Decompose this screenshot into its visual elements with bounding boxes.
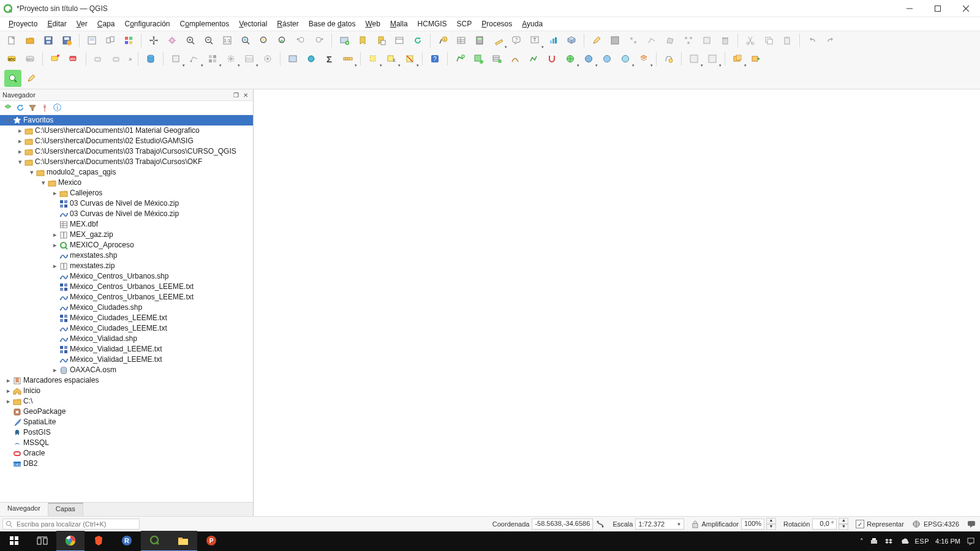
taskbar-brave[interactable] xyxy=(85,531,113,551)
map-tips-button[interactable]: ? xyxy=(508,32,525,49)
add-vector-button[interactable]: ▾ xyxy=(186,50,203,67)
tree-item[interactable]: DB2DB2 xyxy=(0,459,253,469)
tree-item[interactable]: 03 Curvas de Nivel de México.zip xyxy=(0,198,253,209)
tree-item[interactable]: ▸Callejeros xyxy=(0,188,253,198)
open-project-button[interactable] xyxy=(21,32,39,49)
new-vector-layer-button[interactable] xyxy=(451,50,469,67)
undo-button[interactable] xyxy=(804,32,821,49)
add-raster-button[interactable]: ▾ xyxy=(204,50,221,67)
tree-item[interactable]: ▸Inicio xyxy=(0,386,253,396)
tray-chevron-icon[interactable]: ˄ xyxy=(860,538,864,545)
paste-button[interactable] xyxy=(778,32,796,49)
tree-twisty[interactable]: ▸ xyxy=(17,146,24,157)
show-bookmarks-button[interactable] xyxy=(372,32,390,49)
modify-attributes-button[interactable] xyxy=(698,32,715,49)
new-raster-layer-button[interactable] xyxy=(470,50,487,67)
taskbar-explorer[interactable] xyxy=(169,531,197,551)
minimize-button[interactable] xyxy=(895,0,924,17)
refresh-browser-icon[interactable] xyxy=(15,102,26,113)
processing-toolbox-button[interactable] xyxy=(303,50,320,67)
new-project-button[interactable] xyxy=(3,32,20,49)
tree-item[interactable]: México_Vialidad.shp xyxy=(0,334,253,344)
add-polygon-button[interactable] xyxy=(662,32,679,49)
tree-item[interactable]: SpatiaLite xyxy=(0,417,253,427)
vertex-tool-button[interactable] xyxy=(680,32,697,49)
tree-item[interactable]: 03 Curvas de Nivel de México.zip xyxy=(0,209,253,219)
add-wfs-button[interactable]: ▾ xyxy=(580,50,597,67)
properties-icon[interactable]: ⓘ xyxy=(51,102,62,113)
collapse-all-icon[interactable]: ⭱ xyxy=(39,102,50,113)
tree-item[interactable]: GeoPackage xyxy=(0,407,253,417)
tree-item[interactable]: MEX.dbf xyxy=(0,219,253,230)
tree-item[interactable]: México_Ciudades_LEEME.txt xyxy=(0,323,253,334)
menu-ráster[interactable]: Ráster xyxy=(272,18,303,29)
taskbar-r[interactable]: R xyxy=(113,531,141,551)
style-manager-button[interactable] xyxy=(120,32,137,49)
tray-onedrive-icon[interactable] xyxy=(899,538,909,545)
tree-twisty[interactable]: ▸ xyxy=(51,261,59,271)
tray-printer-icon[interactable] xyxy=(870,537,878,545)
tree-twisty[interactable]: ▸ xyxy=(17,126,24,136)
taskbar-qgis[interactable] xyxy=(141,531,169,551)
map-canvas[interactable] xyxy=(254,89,980,516)
add-delimited-button[interactable]: ▾ xyxy=(241,50,258,67)
data-source-manager-button[interactable] xyxy=(142,50,159,67)
tree-item[interactable]: ▸C:\Users\herca\Documents\03 Trabajo\Cur… xyxy=(0,146,253,157)
tree-item[interactable]: México_Vialidad_LEEME.txt xyxy=(0,354,253,365)
open-table-button[interactable] xyxy=(453,32,470,49)
menu-proyecto[interactable]: Proyecto xyxy=(4,18,42,29)
magnifier-spin[interactable]: ▲▼ xyxy=(766,518,776,530)
pin-label-button[interactable] xyxy=(47,50,64,67)
run-script-button[interactable] xyxy=(747,50,764,67)
menu-ver[interactable]: Ver xyxy=(72,18,92,29)
zoom-layer-button[interactable] xyxy=(274,32,291,49)
coord-value[interactable]: -58.5638,-34.6586 xyxy=(532,519,593,530)
menu-configuración[interactable]: Configuración xyxy=(119,18,175,29)
maximize-button[interactable] xyxy=(924,0,952,17)
python-console-button[interactable] xyxy=(660,50,677,67)
zoom-native-button[interactable]: 1:1 xyxy=(219,32,236,49)
render-checkbox[interactable]: ✓ xyxy=(856,520,864,528)
tab-navegador[interactable]: Navegador xyxy=(0,503,48,516)
save-edits-button[interactable] xyxy=(606,32,624,49)
tree-item[interactable]: ▸mexstates.zip xyxy=(0,261,253,271)
tree-twisty[interactable]: ▸ xyxy=(5,396,12,407)
browser-tree-wrap[interactable]: ▾Favoritos▸C:\Users\herca\Documents\01 M… xyxy=(0,115,253,502)
notifications-icon[interactable] xyxy=(967,537,975,545)
virtual-layer-button[interactable] xyxy=(284,50,301,67)
taskbar-chrome[interactable] xyxy=(56,531,85,551)
tree-item[interactable]: México_Ciudades_LEEME.txt xyxy=(0,313,253,323)
layer-styling-button[interactable]: ▾ xyxy=(635,50,652,67)
zoom-selection-button[interactable] xyxy=(255,32,273,49)
tree-item[interactable]: México_Centros_Urbanos_LEEME.txt xyxy=(0,282,253,292)
rotation-spin[interactable]: ▲▼ xyxy=(839,518,848,530)
tree-item[interactable]: ▸MEXICO_Aproceso xyxy=(0,240,253,250)
redo-button[interactable] xyxy=(822,32,839,49)
close-button[interactable] xyxy=(952,0,980,17)
pan-button[interactable] xyxy=(145,32,162,49)
tree-item[interactable]: México_Centros_Urbanos.shp xyxy=(0,271,253,282)
menu-ayuda[interactable]: Ayuda xyxy=(517,18,548,29)
tree-item[interactable]: MSSQL xyxy=(0,438,253,448)
tree-item[interactable]: ▸C:\ xyxy=(0,396,253,407)
tree-twisty[interactable]: ▸ xyxy=(51,230,59,240)
delete-selected-button[interactable] xyxy=(717,32,734,49)
tree-item[interactable]: ▾modulo2_capas_qgis xyxy=(0,167,253,178)
save-project-as-button[interactable] xyxy=(58,32,75,49)
tray-time[interactable]: 4:16 PM xyxy=(935,538,960,545)
tree-twisty[interactable]: ▸ xyxy=(5,375,12,386)
tree-item[interactable]: Oracle xyxy=(0,448,253,459)
menu-malla[interactable]: Malla xyxy=(385,18,413,29)
locator-box[interactable] xyxy=(2,519,140,530)
digitize-with-curve-button[interactable] xyxy=(507,50,524,67)
zoom-in-button[interactable] xyxy=(182,32,199,49)
taskbar-powerpoint[interactable]: P xyxy=(197,531,225,551)
add-line-button[interactable] xyxy=(643,32,660,49)
start-button[interactable] xyxy=(0,531,28,551)
tree-item[interactable]: ▸Marcadores espaciales xyxy=(0,375,253,386)
text-annotation-button[interactable]: T▾ xyxy=(526,32,543,49)
statistics-button[interactable] xyxy=(545,32,562,49)
panel-undock-button[interactable]: ❐ xyxy=(231,90,241,100)
measure-button[interactable]: ▾ xyxy=(489,32,507,49)
snapping-button[interactable] xyxy=(543,50,560,67)
